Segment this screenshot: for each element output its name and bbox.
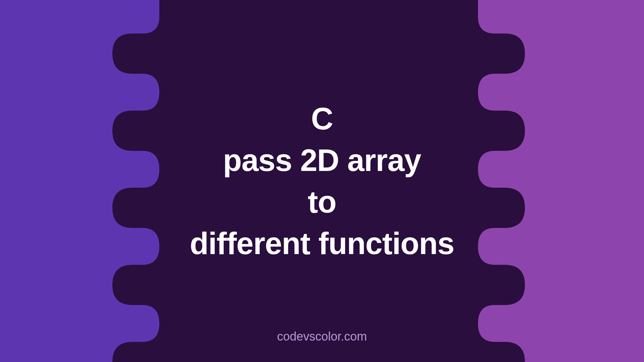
banner-graphic: C pass 2D array to different functions c… (0, 0, 644, 362)
title-line-3: to (190, 181, 454, 223)
title-line-2: pass 2D array (190, 139, 454, 181)
content-area: C pass 2D array to different functions (0, 0, 644, 362)
attribution-text: codevscolor.com (277, 329, 367, 344)
title-line-1: C (190, 98, 454, 139)
banner-title: C pass 2D array to different functions (190, 98, 454, 264)
title-line-4: different functions (190, 223, 454, 264)
